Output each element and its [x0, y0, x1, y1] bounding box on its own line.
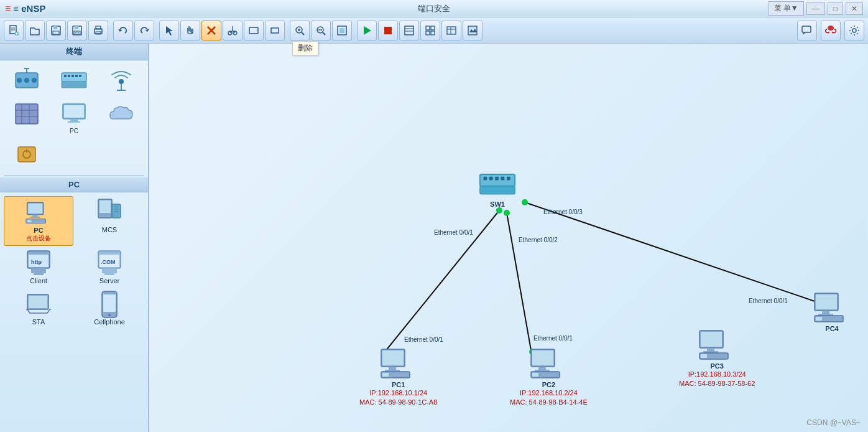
wireless-icon: [108, 67, 135, 94]
svg-marker-33: [364, 26, 371, 35]
sidebar-item-cloud[interactable]: [98, 98, 144, 137]
svg-rect-23: [271, 28, 279, 33]
stop-button[interactable]: [378, 21, 398, 40]
redo-button[interactable]: [134, 21, 154, 40]
sta-label: STA: [32, 318, 45, 326]
pc2-icon: [530, 349, 567, 380]
svg-rect-59: [75, 75, 78, 77]
cellphone-icon: [96, 291, 123, 318]
svg-rect-41: [431, 31, 435, 35]
svg-rect-77: [28, 204, 42, 214]
svg-point-47: [852, 29, 856, 32]
chat-button[interactable]: [797, 21, 817, 40]
zoom-out-button[interactable]: [311, 21, 331, 40]
node-pc2[interactable]: PC2 IP:192.168.10.2/24 MAC: 54-89-98-B4-…: [510, 349, 588, 408]
svg-rect-38: [426, 26, 430, 30]
node-pc4[interactable]: PC4: [813, 293, 851, 332]
svg-rect-133: [816, 317, 822, 321]
sidebar-item-mcs[interactable]: MCS: [75, 196, 144, 246]
cellphone-label: Cellphone: [94, 318, 125, 326]
mcs-label: MCS: [102, 226, 117, 233]
switch-icon: [60, 67, 88, 94]
svg-rect-123: [701, 332, 722, 347]
toolbar: 删除: [0, 17, 868, 44]
restore-button[interactable]: □: [828, 2, 843, 15]
fit-button[interactable]: [332, 21, 352, 40]
app-logo: ≡ ≡ eNSP: [5, 3, 45, 14]
delete-button[interactable]: [201, 21, 221, 40]
app-name: ≡ eNSP: [13, 3, 45, 14]
sidebar-item-sta[interactable]: STA: [4, 288, 73, 328]
scissors-button[interactable]: [223, 21, 242, 40]
terminal-grid: PC: [0, 60, 148, 174]
undo-button[interactable]: [113, 21, 133, 40]
settings-button[interactable]: [844, 21, 864, 40]
start-button[interactable]: [357, 21, 377, 40]
svg-rect-55: [62, 82, 86, 88]
port-label-sw1-pc2-sw: Ethernet 0/0/2: [519, 237, 558, 243]
server-label: Server: [99, 277, 119, 284]
sidebar: 终端: [0, 44, 149, 432]
svg-rect-78: [32, 215, 38, 217]
sidebar-item-server[interactable]: .COM Server: [75, 247, 144, 287]
pc2-label: PC2: [542, 381, 555, 388]
sidebar-item-client[interactable]: http Client: [4, 247, 73, 287]
delete-tooltip: 删除: [292, 41, 318, 55]
svg-point-51: [32, 78, 37, 83]
capture-button[interactable]: [399, 21, 419, 40]
sidebar-item-router[interactable]: [4, 64, 50, 96]
canvas[interactable]: Ethernet 0/0/1 Ethernet 0/0/1 Ethernet 0…: [149, 44, 868, 432]
bg-button[interactable]: [463, 21, 482, 40]
svg-rect-124: [707, 348, 714, 351]
grid-button[interactable]: [420, 21, 440, 40]
svg-rect-64: [16, 104, 38, 124]
sta-icon: [25, 291, 52, 318]
zoom-in-button[interactable]: [290, 21, 310, 40]
sidebar-item-firewall[interactable]: [4, 98, 50, 137]
rect-button[interactable]: [265, 21, 285, 40]
svg-point-61: [119, 79, 124, 84]
print-button[interactable]: [88, 21, 108, 40]
table-button[interactable]: [441, 21, 461, 40]
link-sw1-pc2: [507, 213, 532, 354]
svg-rect-97: [104, 273, 114, 275]
new-button[interactable]: [4, 21, 24, 40]
svg-rect-70: [64, 105, 84, 118]
sidebar-item-wireless[interactable]: [98, 64, 144, 96]
svg-rect-7: [53, 26, 57, 29]
svg-rect-117: [532, 350, 553, 365]
huawei-logo: [821, 21, 841, 40]
logo-icon: ≡: [5, 3, 11, 14]
node-sw1[interactable]: SW1: [479, 168, 516, 208]
close-button[interactable]: ✕: [846, 2, 863, 15]
pc-label: PC: [34, 227, 43, 234]
save-as-button[interactable]: [46, 21, 66, 40]
sidebar-item-desktop[interactable]: PC: [51, 98, 97, 137]
svg-rect-46: [802, 26, 811, 32]
svg-rect-115: [382, 373, 389, 377]
sidebar-item-switch[interactable]: [51, 64, 97, 96]
svg-point-49: [17, 78, 22, 83]
svg-rect-83: [99, 200, 111, 213]
pc2-ip: IP:192.168.10.2/24 MAC: 54-89-98-B4-14-4…: [510, 388, 588, 408]
terminal-section-title: 终端: [0, 44, 148, 60]
save-button[interactable]: [67, 21, 87, 40]
node-pc3[interactable]: PC3 IP:192.168.10.3/24 MAC: 54-89-98-37-…: [679, 330, 755, 389]
svg-rect-111: [382, 350, 404, 365]
menu-button[interactable]: 菜 单▼: [769, 1, 804, 16]
pc4-label: PC4: [825, 325, 838, 332]
pc3-label: PC3: [710, 362, 723, 370]
minimize-button[interactable]: —: [806, 2, 825, 15]
pc3-ip: IP:192.168.10.3/24 MAC: 54-89-98-37-58-6…: [679, 370, 755, 389]
sidebar-item-pc[interactable]: PC 点击设备: [4, 196, 73, 246]
text-button[interactable]: [244, 21, 264, 40]
select-button[interactable]: [159, 21, 179, 40]
hand-button[interactable]: [180, 21, 200, 40]
node-pc1[interactable]: PC1 IP:192.168.10.1/24 MAC: 54-89-98-90-…: [359, 349, 437, 408]
open-button[interactable]: [25, 21, 45, 40]
server-icon: .COM: [96, 250, 123, 277]
cloud-icon: [108, 100, 135, 128]
sidebar-item-power[interactable]: [4, 138, 50, 171]
pc-icon: [25, 199, 52, 227]
sidebar-item-cellphone[interactable]: Cellphone: [75, 288, 144, 328]
